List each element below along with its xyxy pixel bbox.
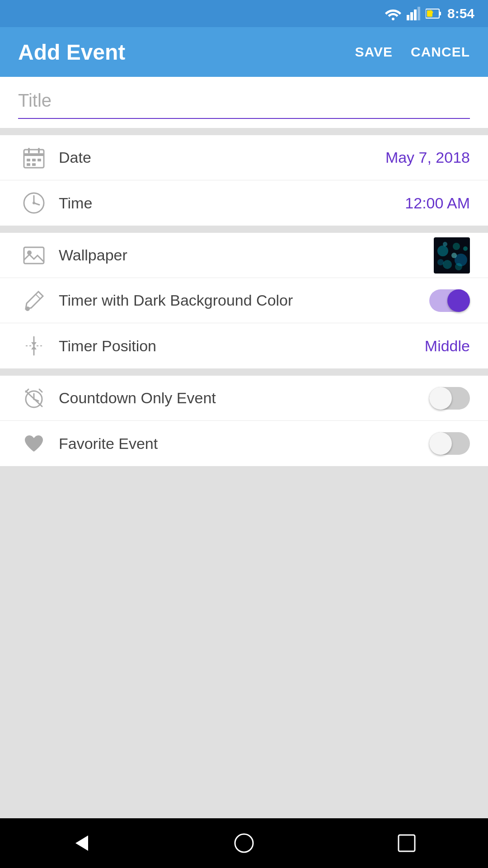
date-time-card: Date May 7, 2018 Time 12:00 AM [0, 135, 488, 226]
app-bar: Add Event SAVE CANCEL [0, 27, 488, 77]
svg-line-44 [39, 389, 42, 392]
brush-icon [18, 289, 50, 312]
title-section [0, 77, 488, 128]
switches-card: Countdown Only Event Favorite Event [0, 376, 488, 466]
save-button[interactable]: SAVE [355, 44, 393, 60]
svg-rect-13 [27, 159, 30, 161]
app-bar-actions: SAVE CANCEL [355, 44, 470, 60]
alarm-off-icon [18, 387, 50, 410]
svg-rect-4 [418, 7, 420, 20]
home-button[interactable] [230, 830, 258, 857]
svg-point-30 [437, 259, 444, 265]
countdown-only-label: Countdown Only Event [59, 389, 429, 407]
wallpaper-card: Wallpaper Timer [0, 233, 488, 368]
svg-rect-10 [24, 153, 44, 156]
svg-point-0 [392, 18, 394, 20]
dark-bg-thumb [447, 289, 470, 312]
svg-rect-2 [410, 12, 413, 20]
favorite-label: Favorite Event [59, 435, 429, 453]
svg-point-33 [455, 263, 462, 270]
clock-icon [18, 191, 50, 215]
heart-icon [18, 432, 50, 455]
svg-point-28 [443, 260, 452, 269]
date-label: Date [59, 149, 385, 166]
align-icon [18, 334, 50, 358]
dark-bg-label: Timer with Dark Background Color [59, 292, 429, 309]
svg-point-34 [25, 307, 30, 311]
bottom-nav [0, 818, 488, 868]
calendar-icon [18, 146, 50, 170]
timer-position-row[interactable]: Timer Position Middle [0, 323, 488, 368]
time-label: Time [59, 194, 405, 212]
countdown-only-thumb [429, 387, 452, 410]
svg-point-21 [33, 202, 35, 204]
timer-position-label: Timer Position [59, 337, 425, 355]
svg-rect-1 [407, 15, 409, 20]
title-input[interactable] [18, 90, 470, 119]
svg-marker-36 [31, 342, 37, 346]
svg-rect-16 [27, 163, 30, 166]
date-row[interactable]: Date May 7, 2018 [0, 135, 488, 180]
wallpaper-thumbnail [434, 237, 470, 274]
favorite-thumb [429, 432, 452, 455]
wifi-icon [385, 7, 401, 20]
image-icon [18, 244, 50, 267]
svg-point-25 [437, 245, 448, 256]
cancel-button[interactable]: CANCEL [411, 44, 470, 60]
svg-rect-22 [24, 247, 44, 264]
svg-point-47 [235, 834, 253, 852]
countdown-only-row[interactable]: Countdown Only Event [0, 376, 488, 421]
svg-rect-17 [32, 163, 36, 166]
battery-icon [426, 8, 442, 19]
time-row[interactable]: Time 12:00 AM [0, 180, 488, 226]
status-time: 8:54 [447, 6, 474, 21]
status-bar: 8:54 [0, 0, 488, 27]
time-value: 12:00 AM [405, 194, 470, 212]
back-button[interactable] [68, 830, 95, 857]
dark-bg-row[interactable]: Timer with Dark Background Color [0, 278, 488, 323]
favorite-row[interactable]: Favorite Event [0, 421, 488, 466]
date-value: May 7, 2018 [385, 149, 470, 166]
svg-marker-38 [31, 346, 37, 349]
svg-point-31 [463, 246, 468, 251]
countdown-only-toggle[interactable] [429, 387, 470, 410]
signal-icon [407, 7, 420, 20]
svg-point-26 [453, 243, 460, 250]
svg-point-32 [443, 242, 447, 246]
svg-rect-48 [399, 835, 415, 851]
favorite-toggle[interactable] [429, 432, 470, 455]
dark-bg-toggle[interactable] [429, 289, 470, 312]
svg-marker-46 [75, 835, 88, 851]
recent-button[interactable] [393, 830, 420, 857]
wallpaper-row[interactable]: Wallpaper [0, 233, 488, 278]
timer-position-value: Middle [425, 337, 470, 355]
svg-rect-6 [439, 12, 441, 15]
svg-rect-14 [32, 159, 36, 161]
svg-rect-3 [414, 9, 417, 20]
svg-rect-15 [38, 159, 41, 161]
status-icons: 8:54 [385, 6, 474, 21]
svg-point-29 [451, 253, 457, 258]
svg-rect-11 [28, 148, 30, 153]
page-title: Add Event [18, 40, 125, 65]
svg-rect-12 [38, 148, 40, 153]
wallpaper-label: Wallpaper [59, 246, 434, 264]
